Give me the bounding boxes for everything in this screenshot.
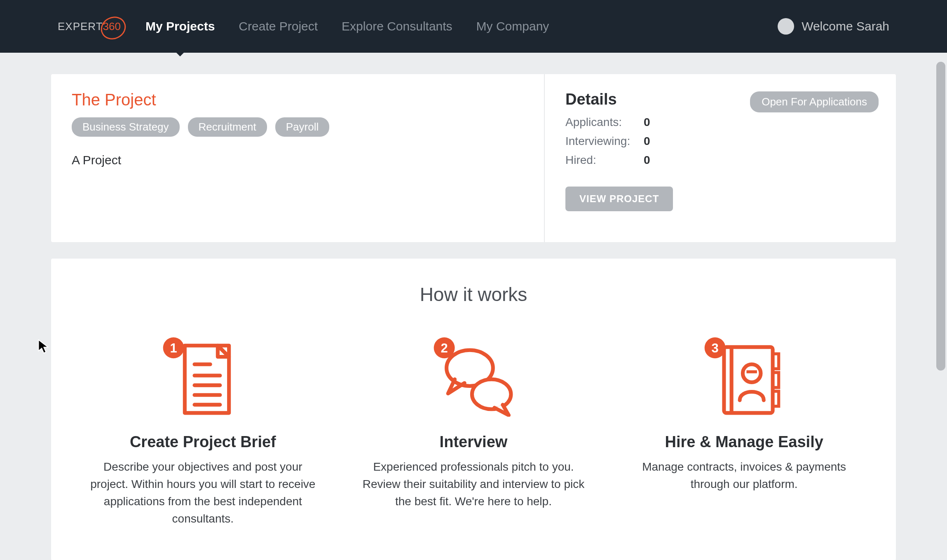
project-description: A Project	[72, 153, 523, 167]
project-tags: Business Strategy Recruitment Payroll	[72, 117, 523, 137]
nav-create-project[interactable]: Create Project	[239, 19, 318, 33]
status-badge: Open For Applications	[750, 91, 879, 112]
svg-rect-17	[773, 391, 779, 406]
view-project-button[interactable]: VIEW PROJECT	[565, 187, 673, 211]
nav-explore-consultants[interactable]: Explore Consultants	[342, 19, 452, 33]
svg-point-18	[743, 364, 761, 383]
user-menu[interactable]: Welcome Sarah	[778, 18, 889, 35]
svg-rect-16	[773, 373, 779, 387]
svg-rect-15	[773, 354, 779, 369]
project-stats: Applicants: 0 Interviewing: 0 Hired: 0	[565, 116, 875, 167]
project-card: The Project Business Strategy Recruitmen…	[51, 74, 896, 242]
svg-text:1: 1	[170, 341, 177, 355]
project-details: Details Open For Applications Applicants…	[545, 74, 896, 242]
contact-book-icon: 3	[621, 330, 868, 421]
nav-my-company[interactable]: My Company	[476, 19, 549, 33]
project-title[interactable]: The Project	[72, 91, 523, 109]
scrollbar[interactable]	[936, 62, 945, 371]
top-navbar: EXPERT360 My Projects Create Project Exp…	[0, 0, 947, 53]
step-create-brief: 1 Create Project Brief Describe your obj…	[79, 330, 326, 527]
page-content: The Project Business Strategy Recruitmen…	[51, 53, 896, 560]
svg-text:2: 2	[441, 341, 448, 355]
brand-logo[interactable]: EXPERT360	[58, 20, 121, 33]
step-hire-manage: 3 Hire & Manage Easily Manage contracts,…	[621, 330, 868, 527]
tag-payroll[interactable]: Payroll	[275, 117, 329, 137]
step-interview: 2 Interview Experienced professionals pi…	[350, 330, 597, 527]
document-icon: 1	[79, 330, 326, 421]
step-description: Experienced professionals pitch to you. …	[350, 458, 597, 510]
interviewing-value: 0	[644, 135, 668, 148]
applicants-value: 0	[644, 116, 668, 129]
how-it-works-card: How it works 1 C	[51, 259, 896, 560]
welcome-text: Welcome Sarah	[802, 19, 889, 33]
hired-label: Hired:	[565, 154, 644, 167]
steps-row: 1 Create Project Brief Describe your obj…	[76, 330, 871, 527]
avatar	[778, 18, 794, 35]
active-tab-caret-icon	[171, 47, 189, 56]
logo-accent: 360	[103, 20, 121, 33]
how-it-works-heading: How it works	[76, 283, 871, 306]
step-title: Interview	[350, 433, 597, 451]
interviewing-label: Interviewing:	[565, 135, 644, 148]
nav-links: My Projects Create Project Explore Consu…	[145, 19, 549, 33]
svg-text:3: 3	[711, 341, 718, 355]
project-summary: The Project Business Strategy Recruitmen…	[51, 74, 545, 242]
hired-value: 0	[644, 154, 668, 167]
svg-point-10	[472, 379, 511, 409]
step-title: Hire & Manage Easily	[621, 433, 868, 451]
tag-business-strategy[interactable]: Business Strategy	[72, 117, 180, 137]
nav-my-projects[interactable]: My Projects	[145, 19, 215, 33]
step-title: Create Project Brief	[79, 433, 326, 451]
tag-recruitment[interactable]: Recruitment	[188, 117, 267, 137]
step-description: Manage contracts, invoices & payments th…	[621, 458, 868, 493]
applicants-label: Applicants:	[565, 116, 644, 129]
logo-text: EXPERT	[58, 20, 103, 33]
nav-label: My Projects	[145, 19, 215, 33]
step-description: Describe your objectives and post your p…	[79, 458, 326, 527]
chat-bubbles-icon: 2	[350, 330, 597, 421]
